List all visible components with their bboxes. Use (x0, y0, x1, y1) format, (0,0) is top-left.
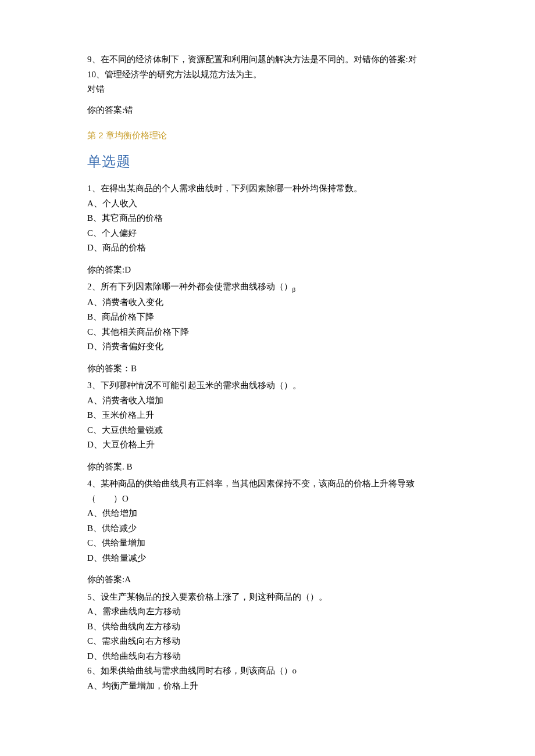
q1-option-c: C、个人偏好 (87, 226, 448, 241)
q1-answer: 你的答案:D (87, 263, 448, 278)
q2-option-d: D、消费者偏好变化 (87, 339, 448, 354)
q3-option-d: D、大豆价格上升 (87, 438, 448, 453)
beta-subscript: β (293, 286, 296, 293)
q3-option-c: C、大豆供给量锐减 (87, 423, 448, 438)
q2-stem: 2、所有下列因素除哪一种外都会使需求曲线移动（）β (87, 280, 448, 295)
section-title: 单选题 (87, 150, 448, 174)
q2-stem-text: 2、所有下列因素除哪一种外都会使需求曲线移动（） (87, 282, 293, 291)
q5-stem: 5、设生产某物品的投入要素价格上涨了，则这种商品的（）。 (87, 590, 448, 605)
q4-stem-line2: （ ）O (87, 492, 448, 507)
true-false-options: 对错 (87, 82, 448, 97)
chapter-prefix: 第 (87, 130, 98, 140)
q6-stem: 6、如果供给曲线与需求曲线同时右移，则该商品（）o (87, 664, 448, 679)
q1-stem: 1、在得出某商品的个人需求曲线时，下列因素除哪一种外均保持常数。 (87, 181, 448, 196)
q5-option-c: C、需求曲线向右方移动 (87, 634, 448, 649)
q3-answer: 你的答案. B (87, 460, 448, 475)
q4-option-c: C、供给量增加 (87, 536, 448, 551)
q5-option-b: B、供给曲线向左方移动 (87, 619, 448, 635)
chapter-title: 第 2 章均衡价格理论 (87, 128, 448, 143)
q6-option-a: A、均衡产量增加，价格上升 (87, 679, 448, 694)
q3-option-a: A、消费者收入增加 (87, 393, 448, 409)
question-10: 10、管理经济学的研究方法以规范方法为主。 (87, 67, 448, 83)
q1-option-d: D、商品的价格 (87, 241, 448, 256)
q2-answer: 你的答案：B (87, 361, 448, 377)
chapter-suffix: 章均衡价格理论 (106, 130, 167, 140)
q4-option-b: B、供给减少 (87, 521, 448, 536)
q4-answer: 你的答案:A (87, 572, 448, 587)
q3-option-b: B、玉米价格上升 (87, 408, 448, 423)
q4-option-d: D、供给量减少 (87, 551, 448, 566)
chapter-number: 2 (98, 130, 106, 140)
q4-stem-line1: 4、某种商品的供给曲线具有正斜率，当其他因素保持不变，该商品的价格上升将导致 (87, 476, 448, 492)
question-9: 9、在不同的经济体制下，资源配置和利用问题的解决方法是不同的。对错你的答案:对 (87, 52, 448, 67)
q5-option-a: A、需求曲线向左方移动 (87, 604, 448, 619)
q2-option-b: B、商品价格下降 (87, 310, 448, 325)
q1-option-b: B、其它商品的价格 (87, 211, 448, 226)
your-answer-10: 你的答案:错 (87, 103, 448, 118)
q4-option-a: A、供给增加 (87, 506, 448, 521)
q2-option-c: C、其他相关商品价格下降 (87, 325, 448, 340)
q3-stem: 3、下列哪种情况不可能引起玉米的需求曲线移动（）。 (87, 378, 448, 393)
q2-option-a: A、消费者收入变化 (87, 295, 448, 310)
q1-option-a: A、个人收入 (87, 196, 448, 212)
q5-option-d: D、供给曲线向右方移动 (87, 649, 448, 664)
